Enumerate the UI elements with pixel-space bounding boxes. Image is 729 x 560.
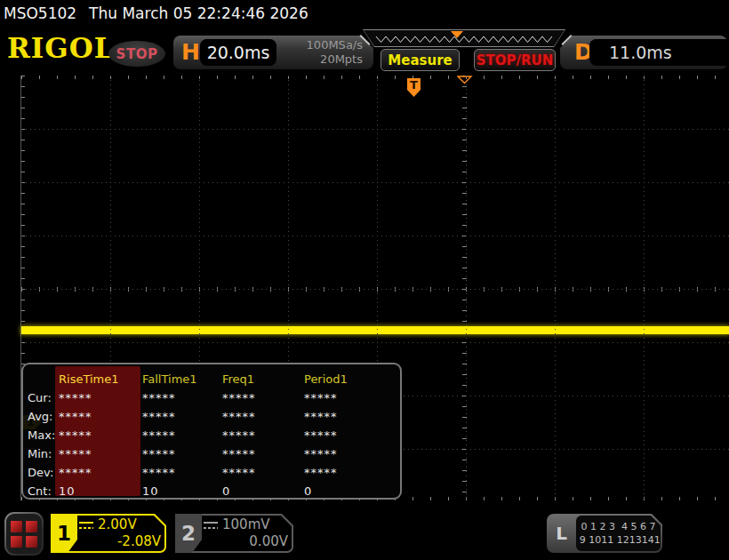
gridline-horizontal [21, 289, 729, 290]
delay-panel[interactable]: D 11.0ms [560, 36, 727, 69]
rigol-logo: RIGOL [7, 35, 115, 62]
measure-row-label: Cnt: [23, 483, 59, 501]
measure-cell: ***** [59, 464, 142, 483]
oscilloscope-screen: MSO5102Thu March 05 22:24:46 2026 RIGOL … [0, 0, 729, 560]
measure-corner-cell [23, 371, 59, 389]
grid-ticks-top [21, 76, 729, 79]
measure-button[interactable]: Measure [381, 49, 460, 71]
measure-cell: ***** [59, 427, 142, 445]
measure-table: RiseTime1FallTime1Freq1Period1Cur:******… [21, 363, 402, 500]
gridline-vertical [644, 76, 645, 500]
measure-cell: ***** [142, 427, 222, 445]
measure-cell: ***** [222, 464, 304, 483]
memory-depth: 20Mpts [320, 52, 363, 66]
channel2-widget[interactable]: 2 100mV 0.00V [175, 514, 293, 553]
dc-coupling-icon [79, 522, 93, 529]
logic-channel-numbers: 0 1 2 3 4 5 6 7 8 9 1011 12131415 [576, 516, 661, 551]
measure-cell: ***** [304, 427, 400, 445]
dc-coupling-icon [204, 522, 218, 529]
measure-table-grid: RiseTime1FallTime1Freq1Period1Cur:******… [23, 364, 400, 501]
gridline-vertical [555, 76, 556, 500]
measure-cell: 0 [222, 483, 304, 501]
model-name: MSO5102 [4, 4, 76, 22]
channel2-readout: 100mV 0.00V [204, 516, 288, 551]
logic-label: L [547, 514, 576, 553]
measure-cell: 10 [59, 483, 142, 501]
measure-cell: 0 [304, 483, 400, 501]
sample-rate: 100MSa/s [307, 38, 363, 52]
four-squares-icon [11, 521, 37, 548]
position-pointer-icon[interactable] [451, 31, 463, 38]
channel1-offset: -2.08V [79, 533, 161, 550]
measure-row-label: Dev: [23, 464, 59, 483]
waveform-position-track [364, 30, 565, 46]
channel2-scale: 100mV [222, 516, 270, 533]
gridline-horizontal [21, 129, 729, 130]
measure-cell: ***** [304, 408, 400, 427]
measure-row-label: Avg: [23, 408, 59, 427]
horizontal-panel[interactable]: H 20.0ms 100MSa/s 20Mpts [173, 36, 373, 69]
measure-column-header[interactable]: Period1 [304, 371, 400, 389]
display-grid-button[interactable] [4, 512, 44, 556]
measure-cell: ***** [142, 408, 222, 427]
stop-run-button[interactable]: STOP/RUN [474, 49, 556, 71]
channel1-waveform-trace [21, 326, 729, 334]
channel1-widget[interactable]: 1 2.00V -2.08V [51, 514, 166, 553]
timebase-value[interactable]: 20.0ms [200, 39, 276, 66]
measure-cell: ***** [222, 408, 304, 427]
gridline-horizontal [21, 236, 729, 236]
status-bar: MSO5102Thu March 05 22:24:46 2026 [4, 4, 308, 22]
delay-value[interactable]: 11.0ms [589, 39, 729, 66]
measure-cell: ***** [59, 389, 142, 408]
waveform-position-bar[interactable] [363, 29, 565, 47]
measure-cell: ***** [222, 427, 304, 445]
measure-column-header[interactable]: RiseTime1 [59, 371, 142, 389]
measure-cell: 10 [142, 483, 222, 501]
measure-cell: ***** [142, 389, 222, 408]
gridline-horizontal [21, 182, 729, 183]
display-grid-button-face [6, 514, 42, 554]
measure-cell: ***** [304, 445, 400, 464]
channel2-offset: 0.00V [204, 533, 288, 550]
trigger-position-icon[interactable] [457, 76, 473, 84]
horizontal-label: H [181, 39, 200, 65]
measure-row-label: Max: [23, 427, 59, 445]
measure-cell: ***** [59, 445, 142, 464]
trigger-level-badge[interactable]: T [407, 78, 421, 97]
logic-row1: 0 1 2 3 4 5 6 7 [581, 520, 656, 533]
measure-cell: ***** [142, 445, 222, 464]
measure-cell: ***** [59, 408, 142, 427]
logic-channels-widget[interactable]: L 0 1 2 3 4 5 6 7 8 9 1011 12131415 [547, 514, 662, 553]
channel1-scale: 2.00V [98, 516, 137, 533]
acquisition-status-badge: STOP [108, 41, 165, 67]
sample-rate-depth: 100MSa/s 20Mpts [307, 38, 363, 67]
gridline-vertical [466, 76, 467, 500]
gridline-horizontal [21, 342, 729, 343]
measure-cell: ***** [142, 464, 222, 483]
measure-column-header[interactable]: Freq1 [222, 371, 304, 389]
measure-cell: ***** [304, 389, 400, 408]
measure-column-header[interactable]: FallTime1 [142, 371, 222, 389]
measure-row-label: Min: [23, 445, 59, 464]
measure-row-label: Cur: [23, 389, 59, 408]
datetime: Thu March 05 22:24:46 2026 [89, 4, 308, 22]
channel1-readout: 2.00V -2.08V [79, 516, 161, 551]
zigzag-waveform-icon [364, 30, 565, 46]
logic-row2: 8 9 1011 12131415 [570, 533, 666, 547]
measure-cell: ***** [222, 445, 304, 464]
measure-cell: ***** [222, 389, 304, 408]
measure-cell: ***** [304, 464, 400, 483]
